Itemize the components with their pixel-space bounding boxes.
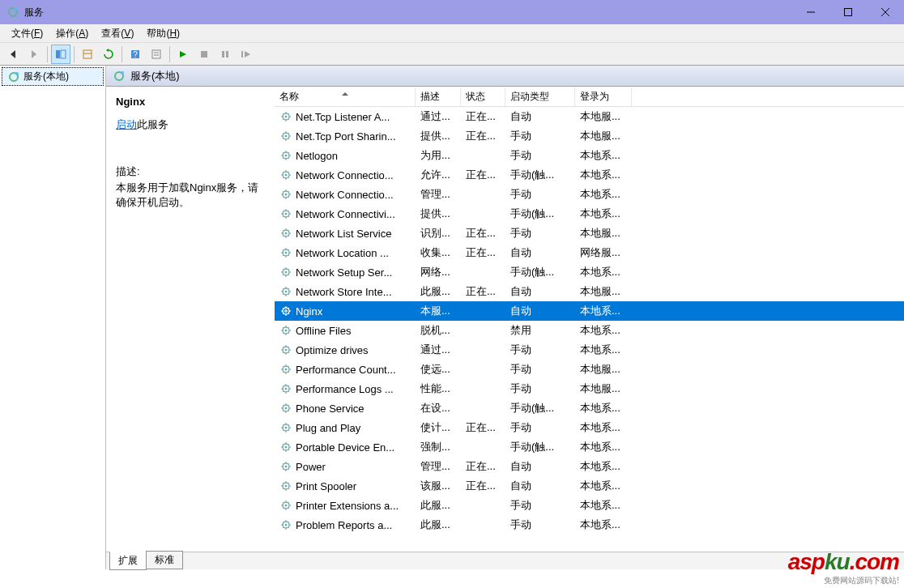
service-status — [461, 262, 505, 282]
gear-icon — [279, 382, 292, 395]
gear-icon — [279, 246, 292, 259]
pause-service-button[interactable] — [215, 45, 235, 64]
properties-button[interactable] — [147, 45, 166, 64]
service-row[interactable]: Netlogon为用...手动本地系... — [275, 146, 904, 165]
menu-file[interactable]: 文件(F) — [5, 25, 49, 42]
help-button[interactable]: ? — [126, 45, 145, 64]
service-desc: 通过... — [416, 107, 461, 126]
service-startup: 自动 — [505, 243, 575, 262]
back-button[interactable] — [3, 45, 23, 64]
service-name: Nginx — [296, 305, 322, 317]
col-startup[interactable]: 启动类型 — [505, 87, 575, 106]
menu-help[interactable]: 帮助(H) — [140, 25, 186, 42]
gear-icon — [279, 343, 292, 356]
svg-point-64 — [285, 505, 288, 507]
svg-point-22 — [121, 71, 124, 75]
titlebar: 服务 — [0, 0, 904, 24]
refresh-button[interactable] — [99, 45, 118, 64]
menu-action[interactable]: 操作(A) — [49, 25, 95, 42]
service-name: Power — [296, 461, 326, 473]
col-name[interactable]: 名称 — [275, 87, 416, 106]
service-row[interactable]: Network Store Inte...此服...正在...自动本地服... — [275, 282, 904, 301]
svg-point-32 — [285, 194, 288, 196]
service-row[interactable]: Performance Logs ...性能...手动本地服... — [275, 379, 904, 398]
detail-pane: Nginx 启动此服务 描述: 本服务用于加载Nginx服务，请确保开机启动。 — [106, 87, 275, 552]
service-desc: 提供... — [416, 204, 461, 224]
gear-icon — [279, 110, 292, 123]
service-row[interactable]: Network List Service识别...正在...手动本地服... — [275, 224, 904, 243]
svg-rect-7 — [61, 50, 66, 58]
service-row[interactable]: Offline Files脱机...禁用本地系... — [275, 321, 904, 340]
service-logon: 本地系... — [575, 418, 632, 437]
service-row[interactable]: Nginx本服...自动本地系... — [275, 301, 904, 321]
service-logon: 本地系... — [575, 321, 632, 340]
service-row[interactable]: Performance Count...使远...手动本地服... — [275, 360, 904, 379]
tree-root-node[interactable]: 服务(本地) — [2, 67, 104, 86]
service-startup: 手动 — [505, 126, 575, 146]
stop-service-button[interactable] — [194, 45, 214, 64]
start-service-button[interactable] — [173, 45, 193, 64]
service-row[interactable]: Network Connectio...允许...正在...手动(触...本地系… — [275, 165, 904, 185]
service-row[interactable]: Net.Tcp Listener A...通过...正在...自动本地服... — [275, 107, 904, 126]
service-logon: 本地系... — [575, 515, 632, 535]
service-logon: 本地系... — [575, 437, 632, 457]
tree-pane: 服务(本地) — [0, 66, 106, 569]
service-status — [461, 515, 505, 535]
service-row[interactable]: Problem Reports a...此服...手动本地系... — [275, 515, 904, 535]
service-logon: 网络服... — [575, 243, 632, 262]
gear-icon — [279, 363, 292, 376]
service-status — [461, 437, 505, 457]
services-list[interactable]: 名称 描述 状态 启动类型 登录为 Net.Tcp Listener A...通… — [275, 87, 904, 552]
service-name: Netlogon — [296, 150, 338, 162]
export-button[interactable] — [78, 45, 97, 64]
service-row[interactable]: Phone Service在设...手动(触...本地系... — [275, 398, 904, 418]
svg-point-38 — [285, 252, 288, 254]
service-name: Offline Files — [296, 325, 351, 337]
forward-button[interactable] — [24, 45, 44, 64]
tree-root-label: 服务(本地) — [23, 70, 69, 83]
tab-extended[interactable]: 扩展 — [109, 552, 147, 570]
service-desc: 收集... — [416, 243, 461, 262]
service-logon: 本地系... — [575, 204, 632, 224]
col-desc[interactable]: 描述 — [416, 87, 461, 106]
service-logon: 本地系... — [575, 398, 632, 418]
service-row[interactable]: Network Location ...收集...正在...自动网络服... — [275, 243, 904, 262]
selected-service-name: Nginx — [116, 96, 265, 108]
service-row[interactable]: Network Connectivi...提供...手动(触...本地系... — [275, 204, 904, 224]
gear-icon — [279, 305, 292, 317]
service-row[interactable]: Portable Device En...强制...手动(触...本地系... — [275, 437, 904, 457]
service-row[interactable]: Plug and Play使计...正在...手动本地系... — [275, 418, 904, 437]
close-button[interactable] — [867, 0, 904, 24]
gear-icon — [279, 149, 292, 162]
col-status[interactable]: 状态 — [461, 87, 505, 106]
service-desc: 提供... — [416, 126, 461, 146]
service-row[interactable]: Printer Extensions a...此服...手动本地系... — [275, 496, 904, 515]
service-row[interactable]: Net.Tcp Port Sharin...提供...正在...手动本地服... — [275, 126, 904, 146]
start-service-link[interactable]: 启动 — [116, 118, 137, 130]
service-row[interactable]: Print Spooler该服...正在...自动本地系... — [275, 476, 904, 496]
service-name: Performance Logs ... — [296, 383, 394, 395]
tab-standard[interactable]: 标准 — [146, 551, 183, 569]
restart-service-button[interactable] — [237, 45, 256, 64]
svg-point-56 — [285, 427, 288, 429]
svg-point-28 — [285, 155, 288, 157]
menu-view[interactable]: 查看(V) — [95, 25, 140, 42]
service-status: 正在... — [461, 243, 505, 262]
service-row[interactable]: Network Connectio...管理...手动本地系... — [275, 185, 904, 204]
window-title: 服务 — [24, 6, 792, 19]
service-logon: 本地服... — [575, 379, 632, 398]
col-logon[interactable]: 登录为 — [575, 87, 632, 106]
maximize-button[interactable] — [829, 0, 867, 24]
gear-icon — [279, 168, 292, 181]
minimize-button[interactable] — [792, 0, 829, 24]
show-hide-tree-button[interactable] — [51, 45, 70, 64]
gear-icon — [279, 188, 292, 201]
service-row[interactable]: Power管理...正在...自动本地系... — [275, 457, 904, 476]
service-logon: 本地服... — [575, 282, 632, 301]
service-desc: 脱机... — [416, 321, 461, 340]
service-startup: 手动 — [505, 185, 575, 204]
service-row[interactable]: Optimize drives通过...手动本地系... — [275, 340, 904, 360]
service-logon: 本地系... — [575, 301, 632, 321]
service-row[interactable]: Network Setup Ser...网络...手动(触...本地系... — [275, 262, 904, 282]
svg-rect-16 — [222, 51, 224, 58]
